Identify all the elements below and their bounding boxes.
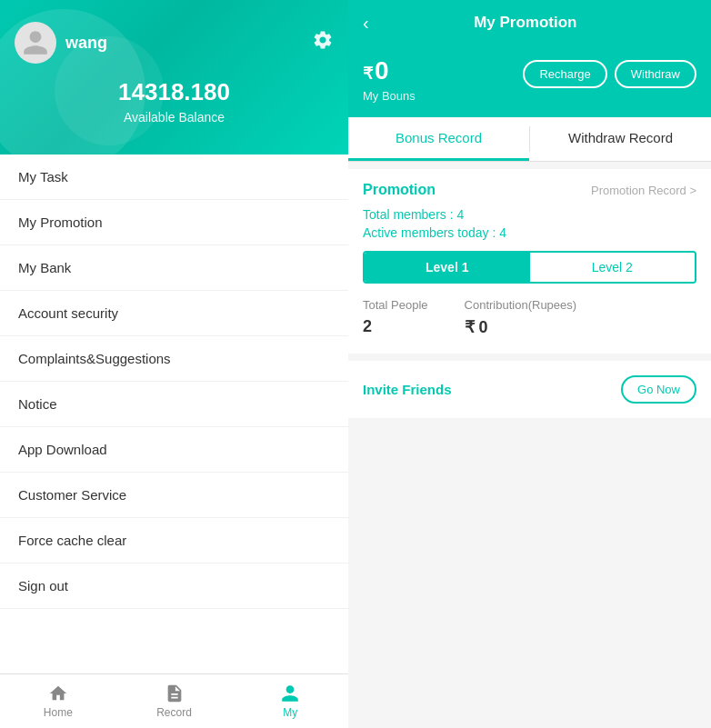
total-people-label: Total People bbox=[363, 298, 428, 312]
total-members: Total members : 4 bbox=[363, 207, 696, 222]
contribution-label: Contribution(Rupees) bbox=[465, 298, 577, 312]
balance-section: 14318.180 Available Balance bbox=[15, 78, 334, 125]
avatar bbox=[15, 22, 56, 64]
invite-section: Invite Friends Go Now bbox=[348, 361, 711, 418]
profile-top-row: wang bbox=[15, 22, 334, 64]
total-people-block: Total People 2 bbox=[363, 298, 428, 337]
contribution-value: ₹ 0 bbox=[465, 317, 577, 337]
nav-home-label: Home bbox=[44, 706, 73, 719]
total-people-value: 2 bbox=[363, 317, 428, 336]
promotion-header: Promotion Promotion Record > bbox=[363, 182, 696, 198]
nav-my-label: My bbox=[283, 706, 297, 719]
level-tabs: Level 1 Level 2 bbox=[363, 251, 696, 284]
settings-button[interactable] bbox=[312, 29, 334, 56]
right-balance-amount: ₹0 bbox=[363, 56, 416, 85]
nav-my[interactable]: My bbox=[232, 674, 348, 728]
tabs-row: Bonus Record Withdraw Record bbox=[348, 117, 711, 162]
back-button[interactable]: ‹ bbox=[363, 14, 369, 32]
right-panel: ‹ My Promotion ₹0 My Bouns Recharge With… bbox=[348, 0, 711, 728]
nav-record[interactable]: Record bbox=[116, 674, 233, 728]
contribution-block: Contribution(Rupees) ₹ 0 bbox=[465, 298, 577, 337]
balance-amount: 14318.180 bbox=[15, 78, 334, 106]
menu-item-0[interactable]: My Task bbox=[0, 155, 348, 200]
promotion-section: Promotion Promotion Record > Total membe… bbox=[348, 169, 711, 354]
right-balance-left: ₹0 My Bouns bbox=[363, 56, 416, 103]
menu-item-3[interactable]: Account security bbox=[0, 291, 348, 336]
right-header-title: My Promotion bbox=[376, 14, 675, 32]
menu-item-7[interactable]: Customer Service bbox=[0, 473, 348, 518]
tab-withdraw-record[interactable]: Withdraw Record bbox=[530, 117, 711, 161]
stats-row: Total People 2 Contribution(Rupees) ₹ 0 bbox=[363, 298, 696, 337]
recharge-button[interactable]: Recharge bbox=[523, 60, 606, 88]
active-members: Active members today : 4 bbox=[363, 225, 696, 240]
level-tab-2[interactable]: Level 2 bbox=[530, 253, 696, 282]
menu-item-9[interactable]: Sign out bbox=[0, 563, 348, 609]
menu-item-2[interactable]: My Bank bbox=[0, 245, 348, 291]
promotion-title: Promotion bbox=[363, 182, 436, 198]
nav-home[interactable]: Home bbox=[0, 674, 116, 728]
promotion-record-link[interactable]: Promotion Record > bbox=[591, 184, 696, 197]
menu-list: My TaskMy PromotionMy BankAccount securi… bbox=[0, 155, 348, 673]
profile-header: wang 14318.180 Available Balance bbox=[0, 0, 348, 155]
right-header: ‹ My Promotion bbox=[348, 0, 711, 45]
menu-item-6[interactable]: App Download bbox=[0, 427, 348, 473]
bottom-nav: Home Record My bbox=[0, 673, 348, 728]
level-tab-1[interactable]: Level 1 bbox=[365, 253, 530, 282]
nav-record-label: Record bbox=[156, 706, 192, 719]
profile-user-info: wang bbox=[15, 22, 107, 64]
right-balance-section: ₹0 My Bouns Recharge Withdraw bbox=[348, 45, 711, 117]
invite-title: Invite Friends bbox=[363, 382, 452, 397]
left-panel: wang 14318.180 Available Balance My Task… bbox=[0, 0, 348, 728]
balance-label: Available Balance bbox=[15, 110, 334, 125]
rupee-symbol: ₹ bbox=[363, 65, 373, 83]
menu-item-4[interactable]: Complaints&Suggestions bbox=[0, 336, 348, 382]
menu-item-1[interactable]: My Promotion bbox=[0, 200, 348, 245]
username: wang bbox=[65, 34, 107, 53]
menu-item-8[interactable]: Force cache clear bbox=[0, 518, 348, 563]
menu-item-5[interactable]: Notice bbox=[0, 382, 348, 427]
tab-bonus-record[interactable]: Bonus Record bbox=[348, 117, 529, 161]
withdraw-button[interactable]: Withdraw bbox=[615, 60, 696, 88]
go-now-button[interactable]: Go Now bbox=[621, 375, 696, 404]
right-balance-btns: Recharge Withdraw bbox=[523, 60, 696, 88]
right-balance-label: My Bouns bbox=[363, 89, 416, 103]
